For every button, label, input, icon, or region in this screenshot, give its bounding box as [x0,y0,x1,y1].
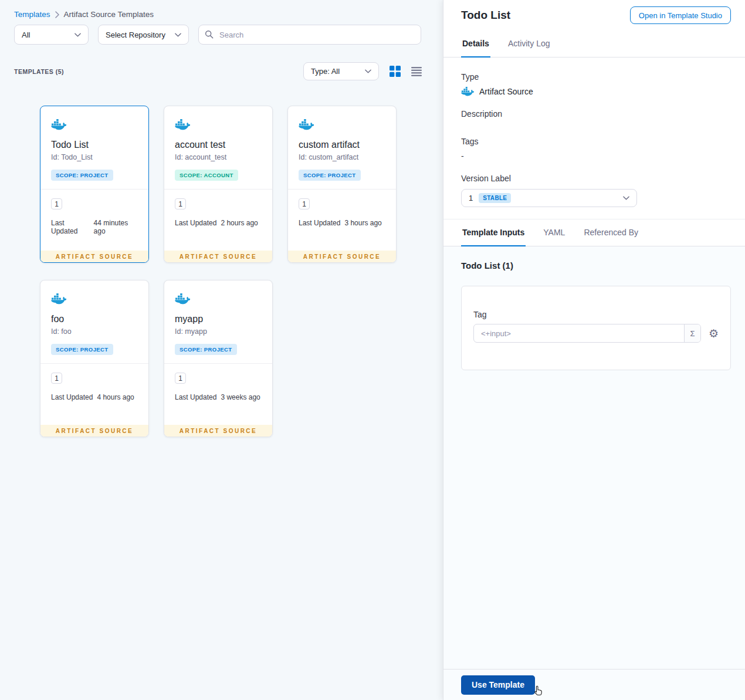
search-input[interactable] [198,25,421,45]
template-card-custom-artifact[interactable]: custom artifact Id: custom_artifact SCOP… [287,106,397,263]
template-card-account-test[interactable]: account test Id: account_test SCOPE: ACC… [164,106,273,263]
details-fields: Type Artifact Source Description Tags - … [443,58,745,219]
last-updated-value: 2 hours ago [221,219,258,227]
drawer-title: Todo List [461,9,510,22]
last-updated-value: 4 hours ago [97,393,134,401]
scope-filter-select[interactable]: All [14,25,89,45]
docker-icon [299,119,314,130]
last-updated: Last Updated 44 minutes ago [51,219,138,235]
tag-label: Tag [473,310,719,319]
version-label: Version Label [461,174,727,183]
version-select[interactable]: 1 STABLE [461,189,637,207]
open-in-template-studio-button[interactable]: Open in Template Studio [630,6,731,24]
scope-filter-value: All [22,31,30,39]
breadcrumb-current: Artifact Source Templates [64,10,154,19]
type-filter-select[interactable]: Type: All [303,62,379,80]
last-updated-label: Last Updated [51,393,93,401]
template-name: Todo List [51,140,138,150]
template-id: Id: Todo_List [51,153,138,161]
tags-label: Tags [461,137,727,146]
tag-input[interactable] [474,324,684,342]
version-chip: 1 [175,198,186,209]
last-updated: Last Updated 3 hours ago [299,219,385,227]
tab-activity-log[interactable]: Activity Log [507,31,551,57]
last-updated: Last Updated 2 hours ago [175,219,262,227]
chevron-down-icon [365,69,371,73]
template-type-footer: ARTIFACT SOURCE [164,425,272,437]
template-card-myapp[interactable]: myapp Id: myapp SCOPE: PROJECT 1 Last Up… [164,280,273,437]
divider [164,363,272,364]
docker-icon [175,293,190,305]
tags-value: - [461,151,727,161]
type-label: Type [461,72,727,82]
template-id: Id: custom_artifact [299,153,385,161]
use-template-button[interactable]: Use Template [461,675,535,695]
template-card-foo[interactable]: foo Id: foo SCOPE: PROJECT 1 Last Update… [40,280,149,437]
chevron-down-icon [623,196,629,200]
version-chip: 1 [51,198,62,209]
tag-input-row: Σ ⚙ [473,324,719,343]
breadcrumb-templates-link[interactable]: Templates [14,10,50,19]
template-name: myapp [175,314,262,324]
template-type-footer: ARTIFACT SOURCE [164,251,272,262]
template-type-footer: ARTIFACT SOURCE [40,251,148,262]
chevron-down-icon [175,33,181,37]
last-updated-label: Last Updated [299,219,340,227]
template-type-footer: ARTIFACT SOURCE [40,425,148,437]
content-tabs: Template Inputs YAML Referenced By [443,219,745,246]
tab-referenced-by[interactable]: Referenced By [583,219,639,246]
templates-grid: Todo List Id: Todo_List SCOPE: PROJECT 1… [40,106,397,437]
last-updated-value: 44 minutes ago [94,219,138,235]
last-updated-label: Last Updated [51,219,90,235]
drawer-footer: Use Template [443,669,745,700]
scope-badge: SCOPE: PROJECT [51,344,113,355]
template-card-todo-list[interactable]: Todo List Id: Todo_List SCOPE: PROJECT 1… [40,106,149,263]
divider [164,189,272,190]
tab-details[interactable]: Details [461,31,490,57]
chevron-down-icon [74,33,81,37]
search-box [198,25,421,45]
divider [40,189,148,190]
template-name: foo [51,314,138,324]
divider [40,363,148,364]
templates-page: Templates Artifact Source Templates All … [0,0,443,700]
inputs-card: Tag Σ ⚙ [461,286,731,370]
last-updated-label: Last Updated [175,393,216,401]
tag-input-wrap: Σ [473,324,701,343]
template-inputs-area: Todo List (1) Tag Σ ⚙ [443,246,745,669]
type-value: Artifact Source [479,87,533,96]
last-updated-value: 3 weeks ago [221,393,260,401]
scope-badge: SCOPE: PROJECT [299,170,361,181]
scope-badge: SCOPE: ACCOUNT [175,170,238,181]
list-view-icon[interactable] [411,66,422,77]
docker-icon [51,293,66,305]
template-id: Id: account_test [175,153,262,161]
template-name: custom artifact [299,140,385,150]
drawer-tabs: Details Activity Log [443,31,745,58]
expression-sigma-button[interactable]: Σ [684,324,700,342]
grid-view-icon[interactable] [390,66,401,77]
version-chip: 1 [51,373,62,384]
description-label: Description [461,109,727,119]
last-updated-value: 3 hours ago [344,219,381,227]
inputs-heading: Todo List (1) [461,261,730,270]
gear-icon[interactable]: ⚙ [709,328,719,339]
docker-icon [51,119,66,130]
filter-row: All Select Repository [14,25,421,45]
breadcrumb: Templates Artifact Source Templates [14,10,154,19]
chevron-right-icon [55,11,59,18]
last-updated-label: Last Updated [175,219,216,227]
template-type-footer: ARTIFACT SOURCE [288,251,396,262]
tab-template-inputs[interactable]: Template Inputs [461,219,526,246]
template-id: Id: foo [51,327,138,336]
version-chip: 1 [175,373,186,384]
tab-yaml[interactable]: YAML [542,219,566,246]
type-value-row: Artifact Source [461,87,727,96]
drawer-header: Todo List Open in Template Studio [443,0,745,31]
repository-filter-select[interactable]: Select Repository [98,25,189,45]
last-updated: Last Updated 3 weeks ago [175,393,262,401]
search-icon [205,30,214,39]
scope-badge: SCOPE: PROJECT [175,344,237,355]
template-name: account test [175,140,262,150]
version-number: 1 [469,194,473,202]
